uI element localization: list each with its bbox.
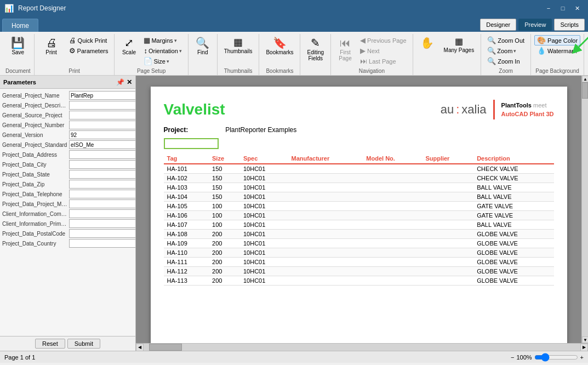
parameter-input[interactable] <box>69 160 135 169</box>
scripts-button[interactable]: Scripts <box>554 19 585 31</box>
orientation-label: Orientation <box>149 48 178 54</box>
parameter-row: Project_Data_State <box>2 170 133 179</box>
h-scroll-thumb[interactable] <box>149 344 182 351</box>
main-area: Parameters 📌 ✕ General_Project_NameGener… <box>0 76 588 351</box>
table-cell: GLOBE VALVE <box>473 258 553 267</box>
previous-page-button[interactable]: ◀ Previous Page <box>357 35 409 45</box>
table-cell: 10HC01 <box>240 202 288 211</box>
params-pin-icon[interactable]: 📌 <box>116 78 124 86</box>
quick-print-button[interactable]: 🖨 Quick Print <box>66 35 111 45</box>
parameter-input[interactable] <box>69 101 135 110</box>
zoom-slider[interactable] <box>534 353 578 362</box>
zoom-button[interactable]: 🔍 Zoom ▾ <box>484 45 527 56</box>
watermark-button[interactable]: 💧 Watermark <box>534 45 580 56</box>
parameter-row: Project_Data_Project_Man... <box>2 199 133 208</box>
thumbnails-button[interactable]: ▦ Thumbnails <box>221 35 256 56</box>
zoom-plus-button[interactable]: + <box>580 354 584 361</box>
first-page-button[interactable]: ⏮ First Page <box>334 35 356 64</box>
tab-home[interactable]: Home <box>2 19 38 32</box>
parameter-input[interactable] <box>69 170 135 179</box>
table-cell: 150 <box>209 183 240 192</box>
table-cell <box>288 202 363 211</box>
preview-scroll[interactable]: Valvelist au : xalia PlantTools meet Aut… <box>136 76 581 343</box>
table-cell: BALL VALVE <box>473 183 553 192</box>
reset-button[interactable]: Reset <box>35 339 65 349</box>
designer-button[interactable]: Designer <box>480 19 516 31</box>
scroll-right-button[interactable]: ▶ <box>580 344 588 351</box>
parameters-button[interactable]: ⚙ Parameters <box>66 45 111 56</box>
parameter-input[interactable] <box>69 111 135 119</box>
editing-fields-button[interactable]: ✎ Editing Fields <box>304 35 327 64</box>
scroll-thumb[interactable] <box>582 82 588 99</box>
title-bar-controls[interactable]: − □ ✕ <box>542 3 584 14</box>
table-cell: HA-101 <box>164 164 209 174</box>
zoom-minus-button[interactable]: − <box>511 354 514 361</box>
zoom-dropdown-arrow: ▾ <box>513 48 516 54</box>
bookmarks-button[interactable]: 🔖 Bookmarks <box>262 35 296 58</box>
right-scrollbar[interactable]: ▲ ▼ <box>581 76 588 343</box>
table-cell <box>288 220 363 230</box>
margins-icon: ▦ <box>144 36 150 44</box>
logo-xalia-text: xalia <box>461 102 486 117</box>
table-cell <box>363 276 422 286</box>
table-cell: 150 <box>209 164 240 174</box>
h-scroll-track[interactable] <box>144 344 580 351</box>
pagesetup-group-label: Page Setup <box>118 67 184 75</box>
size-button[interactable]: 📄 Size ▾ <box>141 56 184 66</box>
zoom-in-button[interactable]: 🔍 Zoom In <box>484 56 527 66</box>
report-header: Valvelist au : xalia PlantTools meet Aut… <box>164 100 554 119</box>
orientation-button[interactable]: ↕ Orientation ▾ <box>141 45 184 56</box>
last-page-button[interactable]: ⏭ Last Page <box>357 56 409 66</box>
table-cell <box>422 220 473 230</box>
parameter-input[interactable] <box>69 91 135 100</box>
hand-tool-button[interactable]: ✋ <box>416 35 438 50</box>
scroll-down-button[interactable]: ▼ <box>582 337 588 343</box>
maximize-button[interactable]: □ <box>556 3 569 14</box>
logo-text-block: PlantTools meet AutoCAD Plant 3D <box>501 101 554 119</box>
scroll-track[interactable] <box>582 82 588 337</box>
ribbon-group-zoom: 🔍 Zoom Out 🔍 Zoom ▾ 🔍 Zoom In Zoom <box>481 34 531 75</box>
parameter-input[interactable] <box>69 130 135 139</box>
parameter-row: Client_Information_Primar... <box>2 219 133 228</box>
table-cell: 10HC01 <box>240 164 288 174</box>
print-button[interactable]: 🖨 Print <box>38 35 65 58</box>
parameter-input[interactable] <box>69 209 135 218</box>
scroll-left-button[interactable]: ◀ <box>136 344 144 351</box>
next-page-button[interactable]: ▶ Next <box>357 45 409 56</box>
green-box <box>164 138 219 149</box>
close-button[interactable]: ✕ <box>570 3 584 14</box>
bottom-scrollbar[interactable]: ◀ ▶ <box>136 343 588 351</box>
parameter-input[interactable] <box>69 239 135 248</box>
parameter-input[interactable] <box>69 190 135 198</box>
preview-button[interactable]: Preview <box>518 19 552 31</box>
save-label: Save <box>12 49 24 55</box>
zoom-out-button[interactable]: 🔍 Zoom Out <box>484 35 527 45</box>
table-cell <box>422 230 473 239</box>
page-color-button[interactable]: 🎨 Page Color <box>534 35 580 45</box>
many-pages-button[interactable]: ▦ Many Pages <box>441 35 478 55</box>
parameter-input[interactable] <box>69 140 135 149</box>
parameter-input[interactable] <box>69 229 135 238</box>
table-cell <box>422 164 473 174</box>
parameter-input[interactable] <box>69 219 135 228</box>
ribbon-group-bookmarks: 🔖 Bookmarks Bookmarks <box>259 34 300 75</box>
table-cell: 200 <box>209 248 240 258</box>
parameter-row: Project_Data_PostalCode <box>2 229 133 238</box>
parameter-input[interactable] <box>69 150 135 159</box>
minimize-button[interactable]: − <box>542 3 555 14</box>
scale-button[interactable]: ⤢ Scale <box>118 35 140 58</box>
ribbon-group-print: 🖨 Print 🖨 Quick Print ⚙ Parameters Print <box>35 34 115 75</box>
preview-container: Valvelist au : xalia PlantTools meet Aut… <box>136 76 588 351</box>
table-cell: GATE VALVE <box>473 202 553 211</box>
margins-button[interactable]: ▦ Margins ▾ <box>141 35 184 45</box>
parameter-input[interactable] <box>69 199 135 208</box>
parameter-input[interactable] <box>69 180 135 189</box>
table-cell: BALL VALVE <box>473 192 553 202</box>
find-button[interactable]: 🔍 Find <box>192 35 214 58</box>
submit-button[interactable]: Submit <box>67 339 100 349</box>
save-button[interactable]: 💾 Save <box>7 35 29 58</box>
params-close-icon[interactable]: ✕ <box>127 78 132 86</box>
table-cell: 10HC01 <box>240 211 288 220</box>
parameter-input[interactable] <box>69 121 135 129</box>
scroll-up-button[interactable]: ▲ <box>582 76 588 82</box>
